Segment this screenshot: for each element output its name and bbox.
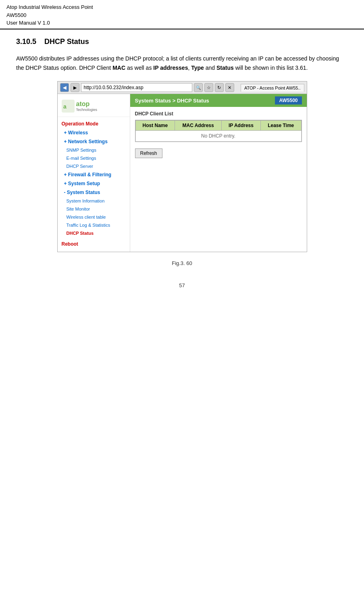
sidebar: a atop Technologies Operation Mode + Wir… [58, 94, 130, 252]
sidebar-item-dhcp-status[interactable]: DHCP Status [58, 229, 130, 237]
no-entry-text: No DHCP entry. [135, 131, 301, 142]
dhcp-section-label: DHCP Client List [135, 111, 302, 117]
section-paragraph: AW5500 distributes IP addresses using th… [16, 54, 348, 73]
page-footer: 57 [0, 274, 364, 297]
address-bar[interactable] [81, 83, 192, 92]
sidebar-item-system-status[interactable]: - System Status [58, 188, 130, 197]
logo-name: atop [76, 100, 90, 107]
logo: a atop Technologies [62, 100, 126, 113]
search-icon[interactable]: 🔍 [194, 83, 203, 92]
sidebar-item-operation-mode[interactable]: Operation Mode [58, 119, 130, 128]
sidebar-item-wireless-client[interactable]: Wireless client table [58, 213, 130, 221]
section-title: 3.10.5 DHCP Status [16, 38, 348, 46]
no-entry-row: No DHCP entry. [135, 131, 301, 142]
col-ip: IP Address [222, 121, 261, 131]
figure-caption: Fig.3. 60 [16, 260, 348, 266]
header-line3: User Manual V 1.0 [6, 19, 358, 27]
atop-logo-icon: a [62, 100, 75, 113]
header-line2: AW5500 [6, 11, 358, 19]
logo-subtitle: Technologies [76, 108, 98, 112]
forward-button[interactable]: ▶ [71, 83, 79, 92]
breadcrumb: System Status > DHCP Status [135, 98, 209, 104]
sidebar-item-system-info[interactable]: System Information [58, 197, 130, 205]
sidebar-item-traffic-log[interactable]: Traffic Log & Statistics [58, 221, 130, 229]
doc-content: 3.10.5 DHCP Status AW5500 distributes IP… [0, 29, 364, 275]
refresh-button[interactable]: Refresh [135, 148, 162, 158]
sidebar-item-dhcp-server[interactable]: DHCP Server [58, 162, 130, 170]
svg-text:a: a [63, 103, 67, 110]
sidebar-logo: a atop Technologies [58, 97, 130, 117]
sidebar-item-network-settings[interactable]: + Network Settings [58, 137, 130, 146]
sidebar-item-reboot[interactable]: Reboot [58, 240, 130, 248]
sidebar-item-snmp[interactable]: SNMP Settings [58, 146, 130, 154]
browser-window: ◀ ▶ 🔍 ☆ ↻ ✕ ATOP - Access Point AW55.. [57, 81, 307, 252]
main-content-area: System Status > DHCP Status AW5500 DHCP … [130, 94, 307, 252]
tab-label: ATOP - Access Point AW55.. [244, 86, 301, 90]
dhcp-table-container: Host Name MAC Address IP Address Lease T… [135, 120, 302, 142]
close-icon[interactable]: ✕ [225, 83, 234, 92]
page-header-bar: System Status > DHCP Status AW5500 [130, 94, 307, 107]
model-badge: AW5500 [275, 96, 302, 104]
dhcp-table: Host Name MAC Address IP Address Lease T… [135, 120, 302, 142]
col-hostname: Host Name [135, 121, 175, 131]
page-number: 57 [179, 282, 185, 288]
sidebar-item-email[interactable]: E-mail Settings [58, 154, 130, 162]
page-layout: a atop Technologies Operation Mode + Wir… [58, 94, 307, 252]
star-icon[interactable]: ☆ [204, 83, 213, 92]
sidebar-item-system-setup[interactable]: + System Setup [58, 179, 130, 188]
browser-toolbar: ◀ ▶ 🔍 ☆ ↻ ✕ ATOP - Access Point AW55.. [58, 81, 307, 94]
sidebar-item-site-monitor[interactable]: Site Monitor [58, 205, 130, 213]
refresh-browser-button[interactable]: ↻ [215, 83, 224, 92]
back-button[interactable]: ◀ [60, 83, 69, 92]
sidebar-item-wireless[interactable]: + Wireless [58, 128, 130, 137]
doc-header: Atop Industrial Wireless Access Point AW… [0, 0, 364, 29]
content-area: DHCP Client List Host Name MAC Address I… [130, 107, 307, 162]
browser-tab[interactable]: ATOP - Access Point AW55.. [241, 84, 304, 92]
col-lease: Lease Time [260, 121, 301, 131]
header-line1: Atop Industrial Wireless Access Point [6, 3, 358, 11]
sidebar-item-firewall[interactable]: + Firewall & Filtering [58, 170, 130, 179]
col-mac: MAC Address [175, 121, 222, 131]
